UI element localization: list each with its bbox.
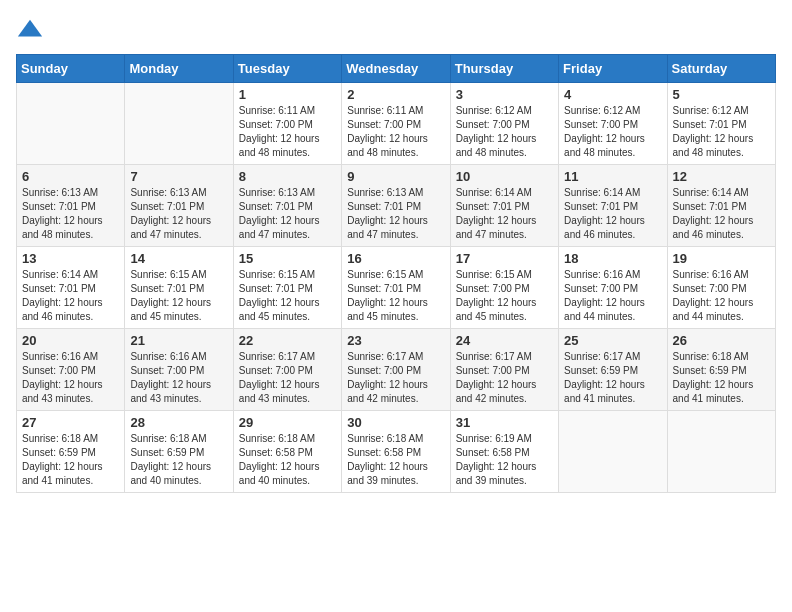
- day-number: 17: [456, 251, 553, 266]
- day-info: Sunrise: 6:13 AMSunset: 7:01 PMDaylight:…: [130, 186, 227, 242]
- calendar-cell: 22Sunrise: 6:17 AMSunset: 7:00 PMDayligh…: [233, 329, 341, 411]
- calendar-cell: 31Sunrise: 6:19 AMSunset: 6:58 PMDayligh…: [450, 411, 558, 493]
- calendar-cell: 29Sunrise: 6:18 AMSunset: 6:58 PMDayligh…: [233, 411, 341, 493]
- page-header: [16, 16, 776, 44]
- header-tuesday: Tuesday: [233, 55, 341, 83]
- day-info: Sunrise: 6:18 AMSunset: 6:59 PMDaylight:…: [22, 432, 119, 488]
- day-number: 23: [347, 333, 444, 348]
- day-info: Sunrise: 6:16 AMSunset: 7:00 PMDaylight:…: [564, 268, 661, 324]
- day-info: Sunrise: 6:15 AMSunset: 7:01 PMDaylight:…: [239, 268, 336, 324]
- calendar-cell: 19Sunrise: 6:16 AMSunset: 7:00 PMDayligh…: [667, 247, 775, 329]
- calendar-cell: 5Sunrise: 6:12 AMSunset: 7:01 PMDaylight…: [667, 83, 775, 165]
- day-info: Sunrise: 6:13 AMSunset: 7:01 PMDaylight:…: [239, 186, 336, 242]
- calendar-week-2: 6Sunrise: 6:13 AMSunset: 7:01 PMDaylight…: [17, 165, 776, 247]
- day-number: 1: [239, 87, 336, 102]
- calendar-cell: [559, 411, 667, 493]
- day-number: 6: [22, 169, 119, 184]
- day-info: Sunrise: 6:17 AMSunset: 7:00 PMDaylight:…: [239, 350, 336, 406]
- day-info: Sunrise: 6:17 AMSunset: 7:00 PMDaylight:…: [456, 350, 553, 406]
- calendar-cell: 13Sunrise: 6:14 AMSunset: 7:01 PMDayligh…: [17, 247, 125, 329]
- header-monday: Monday: [125, 55, 233, 83]
- calendar-cell: 8Sunrise: 6:13 AMSunset: 7:01 PMDaylight…: [233, 165, 341, 247]
- calendar-cell: 10Sunrise: 6:14 AMSunset: 7:01 PMDayligh…: [450, 165, 558, 247]
- logo-icon: [16, 16, 44, 44]
- day-number: 3: [456, 87, 553, 102]
- day-number: 13: [22, 251, 119, 266]
- day-number: 11: [564, 169, 661, 184]
- calendar-cell: 24Sunrise: 6:17 AMSunset: 7:00 PMDayligh…: [450, 329, 558, 411]
- day-number: 25: [564, 333, 661, 348]
- day-number: 5: [673, 87, 770, 102]
- header-friday: Friday: [559, 55, 667, 83]
- header-sunday: Sunday: [17, 55, 125, 83]
- calendar-cell: 27Sunrise: 6:18 AMSunset: 6:59 PMDayligh…: [17, 411, 125, 493]
- day-number: 29: [239, 415, 336, 430]
- day-number: 19: [673, 251, 770, 266]
- calendar-cell: 23Sunrise: 6:17 AMSunset: 7:00 PMDayligh…: [342, 329, 450, 411]
- calendar-cell: 1Sunrise: 6:11 AMSunset: 7:00 PMDaylight…: [233, 83, 341, 165]
- day-info: Sunrise: 6:14 AMSunset: 7:01 PMDaylight:…: [22, 268, 119, 324]
- day-info: Sunrise: 6:15 AMSunset: 7:01 PMDaylight:…: [347, 268, 444, 324]
- calendar-cell: 25Sunrise: 6:17 AMSunset: 6:59 PMDayligh…: [559, 329, 667, 411]
- day-info: Sunrise: 6:18 AMSunset: 6:58 PMDaylight:…: [347, 432, 444, 488]
- day-info: Sunrise: 6:18 AMSunset: 6:59 PMDaylight:…: [130, 432, 227, 488]
- day-number: 24: [456, 333, 553, 348]
- calendar-cell: 28Sunrise: 6:18 AMSunset: 6:59 PMDayligh…: [125, 411, 233, 493]
- day-info: Sunrise: 6:11 AMSunset: 7:00 PMDaylight:…: [239, 104, 336, 160]
- day-number: 26: [673, 333, 770, 348]
- day-info: Sunrise: 6:19 AMSunset: 6:58 PMDaylight:…: [456, 432, 553, 488]
- calendar-cell: 26Sunrise: 6:18 AMSunset: 6:59 PMDayligh…: [667, 329, 775, 411]
- day-info: Sunrise: 6:18 AMSunset: 6:58 PMDaylight:…: [239, 432, 336, 488]
- day-number: 2: [347, 87, 444, 102]
- day-info: Sunrise: 6:14 AMSunset: 7:01 PMDaylight:…: [673, 186, 770, 242]
- header-thursday: Thursday: [450, 55, 558, 83]
- calendar-cell: [17, 83, 125, 165]
- day-number: 21: [130, 333, 227, 348]
- day-info: Sunrise: 6:13 AMSunset: 7:01 PMDaylight:…: [22, 186, 119, 242]
- day-info: Sunrise: 6:17 AMSunset: 6:59 PMDaylight:…: [564, 350, 661, 406]
- day-number: 15: [239, 251, 336, 266]
- calendar-cell: 6Sunrise: 6:13 AMSunset: 7:01 PMDaylight…: [17, 165, 125, 247]
- calendar-header-row: SundayMondayTuesdayWednesdayThursdayFrid…: [17, 55, 776, 83]
- calendar-cell: 30Sunrise: 6:18 AMSunset: 6:58 PMDayligh…: [342, 411, 450, 493]
- calendar-cell: 18Sunrise: 6:16 AMSunset: 7:00 PMDayligh…: [559, 247, 667, 329]
- day-info: Sunrise: 6:11 AMSunset: 7:00 PMDaylight:…: [347, 104, 444, 160]
- day-number: 14: [130, 251, 227, 266]
- day-number: 9: [347, 169, 444, 184]
- day-info: Sunrise: 6:15 AMSunset: 7:01 PMDaylight:…: [130, 268, 227, 324]
- day-info: Sunrise: 6:18 AMSunset: 6:59 PMDaylight:…: [673, 350, 770, 406]
- day-info: Sunrise: 6:12 AMSunset: 7:00 PMDaylight:…: [564, 104, 661, 160]
- day-number: 31: [456, 415, 553, 430]
- calendar-cell: 2Sunrise: 6:11 AMSunset: 7:00 PMDaylight…: [342, 83, 450, 165]
- calendar-cell: 14Sunrise: 6:15 AMSunset: 7:01 PMDayligh…: [125, 247, 233, 329]
- day-number: 20: [22, 333, 119, 348]
- calendar-cell: 21Sunrise: 6:16 AMSunset: 7:00 PMDayligh…: [125, 329, 233, 411]
- day-info: Sunrise: 6:12 AMSunset: 7:01 PMDaylight:…: [673, 104, 770, 160]
- calendar-week-3: 13Sunrise: 6:14 AMSunset: 7:01 PMDayligh…: [17, 247, 776, 329]
- day-info: Sunrise: 6:16 AMSunset: 7:00 PMDaylight:…: [130, 350, 227, 406]
- day-number: 18: [564, 251, 661, 266]
- day-number: 8: [239, 169, 336, 184]
- calendar-cell: 12Sunrise: 6:14 AMSunset: 7:01 PMDayligh…: [667, 165, 775, 247]
- day-info: Sunrise: 6:16 AMSunset: 7:00 PMDaylight:…: [673, 268, 770, 324]
- day-number: 27: [22, 415, 119, 430]
- header-wednesday: Wednesday: [342, 55, 450, 83]
- header-saturday: Saturday: [667, 55, 775, 83]
- calendar-cell: 15Sunrise: 6:15 AMSunset: 7:01 PMDayligh…: [233, 247, 341, 329]
- calendar-cell: 7Sunrise: 6:13 AMSunset: 7:01 PMDaylight…: [125, 165, 233, 247]
- calendar-cell: 4Sunrise: 6:12 AMSunset: 7:00 PMDaylight…: [559, 83, 667, 165]
- day-info: Sunrise: 6:12 AMSunset: 7:00 PMDaylight:…: [456, 104, 553, 160]
- logo: [16, 16, 48, 44]
- calendar-cell: 9Sunrise: 6:13 AMSunset: 7:01 PMDaylight…: [342, 165, 450, 247]
- day-info: Sunrise: 6:15 AMSunset: 7:00 PMDaylight:…: [456, 268, 553, 324]
- calendar-cell: [667, 411, 775, 493]
- calendar-cell: 3Sunrise: 6:12 AMSunset: 7:00 PMDaylight…: [450, 83, 558, 165]
- calendar-cell: 16Sunrise: 6:15 AMSunset: 7:01 PMDayligh…: [342, 247, 450, 329]
- calendar-cell: [125, 83, 233, 165]
- day-number: 16: [347, 251, 444, 266]
- calendar-table: SundayMondayTuesdayWednesdayThursdayFrid…: [16, 54, 776, 493]
- day-number: 30: [347, 415, 444, 430]
- day-number: 7: [130, 169, 227, 184]
- calendar-cell: 17Sunrise: 6:15 AMSunset: 7:00 PMDayligh…: [450, 247, 558, 329]
- calendar-cell: 11Sunrise: 6:14 AMSunset: 7:01 PMDayligh…: [559, 165, 667, 247]
